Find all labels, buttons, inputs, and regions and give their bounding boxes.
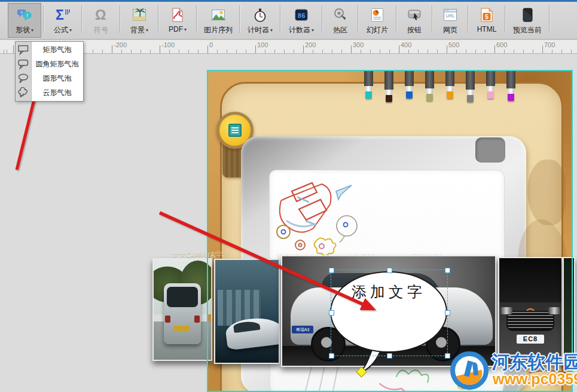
toolbar-label: 幻灯片 — [367, 25, 388, 35]
ruler-label: 200 — [305, 41, 316, 48]
svg-text:86: 86 — [297, 12, 306, 20]
toolbar-button-symbol[interactable]: Ω 符号 — [84, 3, 118, 38]
toolbar-separator — [196, 5, 197, 33]
url-window-icon: URL — [442, 7, 458, 23]
toolbar-separator — [432, 5, 433, 33]
toolbar-separator — [358, 5, 359, 33]
marker-pen — [465, 70, 475, 102]
toolbar-button-pdf[interactable]: PDF▾ — [161, 3, 194, 38]
toolbar-button-slideshow[interactable]: 幻灯片 — [361, 3, 394, 38]
toolbar-button-image-sequence[interactable]: 图片序列 — [199, 3, 237, 38]
sequence-caption: 华洋 — [215, 249, 230, 259]
toolbar-button-button[interactable]: 按钮 — [399, 3, 430, 38]
resize-handle-w[interactable] — [329, 310, 334, 316]
marker-pen — [404, 70, 414, 99]
toolbar-label: 热区 — [333, 25, 347, 35]
toolbar-label: 公式 — [54, 26, 68, 34]
sequence-image-mpv[interactable] — [152, 258, 212, 361]
ruler-label: 700 — [544, 41, 555, 48]
toolbar-label: 符号 — [94, 25, 108, 35]
car-doodle-drawing — [269, 174, 374, 259]
ruler-label: 100 — [257, 41, 268, 48]
hotspot-touch-icon — [332, 7, 348, 23]
toolbar-separator — [120, 5, 121, 33]
marker-pen — [486, 70, 496, 99]
background-beach-icon — [132, 7, 147, 23]
rect-bubble-icon — [16, 44, 31, 56]
toolbar-separator — [239, 5, 240, 33]
toolbar-button-webpage[interactable]: URL 网页 — [435, 3, 466, 38]
toolbar-button-preview[interactable]: 预览当前 — [508, 3, 547, 38]
tray-corner-notch — [475, 137, 505, 163]
rounded-rect-bubble-icon — [16, 59, 31, 70]
toolbar-separator — [43, 5, 44, 33]
dropdown-caret-icon: ▾ — [146, 27, 148, 33]
pdf-icon — [170, 7, 185, 23]
menu-item-rounded-rect-bubble[interactable]: 圆角矩形气泡 — [16, 57, 83, 71]
dropdown-caret-icon: ▾ — [184, 27, 187, 32]
dropdown-caret-icon: ▾ — [312, 27, 314, 33]
svg-text:URL: URL — [445, 13, 454, 19]
ruler-label: 300 — [353, 41, 364, 48]
ruler-label: 500 — [448, 41, 459, 48]
resize-handle-nw[interactable] — [329, 268, 334, 273]
toolbar-separator — [280, 5, 281, 33]
document-icon — [228, 124, 242, 137]
cloud-bubble-icon — [16, 87, 31, 99]
dropdown-caret-icon: ▾ — [69, 27, 72, 33]
toolbar-button-formula[interactable]: Σ 公式▾ — [46, 3, 80, 38]
toolbar-separator — [158, 5, 159, 33]
resize-handle-n[interactable] — [387, 268, 392, 273]
slideshow-icon — [370, 7, 385, 23]
html5-icon: 5 — [479, 7, 494, 23]
toolbar-button-hotspot[interactable]: 热区 — [325, 3, 356, 38]
resize-handle-ne[interactable] — [445, 268, 450, 273]
toolbar-separator — [549, 5, 550, 33]
menu-item-label: 云形气泡 — [31, 88, 83, 98]
svg-text:Ω: Ω — [95, 7, 106, 23]
toolbar-separator — [505, 5, 506, 33]
toolbar-separator — [468, 5, 469, 33]
toolbar-label: 背景 — [130, 26, 145, 34]
ellipse-bubble-icon — [16, 73, 31, 84]
menu-item-label: 圆形气泡 — [31, 74, 83, 84]
resize-handle-sw[interactable] — [329, 353, 334, 359]
toolbar-label: PDF — [169, 25, 183, 33]
sequence-image-partial[interactable] — [563, 257, 575, 365]
resize-handle-se[interactable] — [445, 353, 450, 359]
selection-rectangle — [331, 270, 448, 356]
parchment-silhouette — [527, 160, 566, 225]
formula-sigma-icon: Σ — [55, 7, 71, 23]
menu-item-rect-bubble[interactable]: 矩形气泡 — [16, 42, 83, 57]
toolbar-label: HTML — [477, 25, 497, 33]
svg-text:?: ? — [20, 10, 23, 16]
ruler-label: 600 — [496, 41, 507, 48]
toolbar-button-html[interactable]: 5 HTML — [471, 3, 503, 38]
button-cursor-icon — [407, 7, 422, 23]
preview-screen-icon — [520, 7, 535, 23]
toolbar-button-shapes[interactable]: ?! 形状▾ — [8, 3, 41, 38]
toolbar-button-timer[interactable]: 计时器▾ — [242, 3, 278, 38]
toolbar-label: 网页 — [443, 25, 457, 35]
svg-text:5: 5 — [485, 14, 489, 20]
sequence-image-black-sedan[interactable]: EC8 — [498, 257, 563, 365]
menu-item-ellipse-bubble[interactable]: 圆形气泡 — [16, 71, 83, 85]
resize-handle-s[interactable] — [387, 353, 392, 359]
dropdown-caret-icon: ▾ — [31, 27, 33, 33]
license-plate: EC8 — [517, 335, 544, 344]
ruler-label: -200 — [114, 41, 127, 48]
toolbar-label: 按钮 — [407, 25, 422, 35]
resize-handle-e[interactable] — [445, 310, 450, 316]
toolbar-button-counter[interactable]: 86 计数器▾ — [283, 3, 320, 38]
shapes-icon: ?! — [17, 7, 32, 23]
ruler-label: 0 — [209, 41, 213, 48]
ruler-label: -100 — [161, 41, 175, 48]
license-plate: 奇瑞A3 — [292, 326, 313, 333]
sequence-image-city-sedan[interactable] — [214, 259, 280, 364]
toolbar-label: 预览当前 — [513, 25, 542, 35]
menu-item-cloud-bubble[interactable]: 云形气泡 — [16, 85, 83, 100]
toolbar-button-background[interactable]: 背景▾ — [123, 3, 156, 38]
marker-pen — [445, 70, 455, 99]
ruler-label: 400 — [401, 41, 411, 48]
stopwatch-icon — [252, 7, 268, 23]
